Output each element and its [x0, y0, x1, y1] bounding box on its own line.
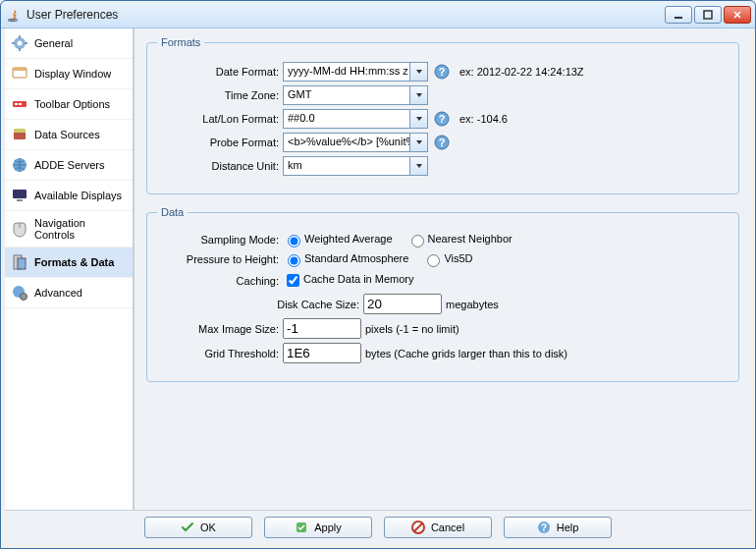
sidebar-item-general[interactable]: General [5, 28, 133, 59]
radio-label: Nearest Neighbor [428, 233, 513, 245]
cancel-button[interactable]: Cancel [384, 517, 492, 538]
help-icon[interactable]: ? [434, 111, 450, 127]
latlon-format-combo[interactable]: ##0.0 [283, 109, 428, 129]
radio-standard-atmosphere-input[interactable] [288, 254, 300, 267]
grid-threshold-suffix: bytes (Cache grids larger than this to d… [365, 348, 567, 359]
datasources-icon [11, 126, 28, 143]
formats-icon [11, 253, 28, 271]
chevron-down-icon[interactable] [409, 110, 427, 128]
sidebar-item-label: Navigation Controls [34, 217, 127, 241]
content-panel: Formats Date Format: yyyy-MM-dd HH:mm:ss… [135, 28, 751, 510]
sidebar-item-adde-servers[interactable]: ADDE Servers [5, 150, 133, 181]
max-image-input[interactable] [283, 318, 361, 339]
sidebar-item-formats-data[interactable]: Formats & Data [5, 247, 133, 278]
svg-text:?: ? [439, 113, 446, 125]
svg-rect-13 [19, 103, 22, 105]
chevron-down-icon[interactable] [409, 63, 427, 81]
caching-checkbox-input[interactable] [287, 274, 299, 287]
close-button[interactable] [724, 6, 751, 24]
latlon-format-hint: ex: -104.6 [459, 113, 508, 125]
display-icon [11, 187, 28, 204]
globe-gear-icon [11, 284, 28, 302]
latlon-format-value[interactable]: ##0.0 [284, 110, 409, 128]
sidebar-item-toolbar-options[interactable]: Toolbar Options [5, 89, 133, 120]
chevron-down-icon[interactable] [409, 86, 427, 104]
sidebar-item-display-window[interactable]: Display Window [5, 59, 133, 89]
maximize-button[interactable] [694, 6, 722, 24]
caching-label: Caching: [157, 275, 283, 287]
distance-unit-label: Distance Unit: [157, 160, 283, 172]
svg-text:?: ? [439, 66, 446, 78]
formats-legend: Formats [157, 36, 204, 48]
sidebar-item-label: Formats & Data [34, 256, 114, 268]
svg-rect-17 [13, 190, 27, 198]
distance-unit-value[interactable]: km [284, 157, 409, 175]
sidebar: General Display Window Toolbar Options D… [5, 28, 135, 510]
chevron-down-icon[interactable] [409, 134, 427, 151]
radio-weighted-average-input[interactable] [288, 235, 300, 247]
probe-format-combo[interactable]: <b>%value%</b> [%unit%] [283, 133, 428, 152]
apply-icon [295, 521, 308, 534]
formats-fieldset: Formats Date Format: yyyy-MM-dd HH:mm:ss… [146, 36, 739, 194]
sidebar-item-advanced[interactable]: Advanced [5, 278, 133, 308]
svg-rect-10 [13, 68, 27, 71]
radio-vis5d-input[interactable] [427, 254, 440, 267]
client-area: General Display Window Toolbar Options D… [5, 28, 751, 544]
apply-button[interactable]: Apply [264, 517, 372, 538]
check-icon [181, 521, 194, 534]
probe-format-value[interactable]: <b>%value%</b> [%unit%] [284, 134, 409, 151]
grid-threshold-label: Grid Threshold: [157, 348, 283, 359]
max-image-suffix: pixels (-1 = no limit) [365, 323, 459, 335]
disk-cache-suffix: megabytes [446, 299, 499, 310]
help-button[interactable]: ? Help [504, 517, 612, 538]
monitor-icon [11, 65, 28, 82]
radio-vis5d[interactable]: Vis5D [422, 251, 472, 267]
sidebar-item-navigation-controls[interactable]: Navigation Controls [5, 211, 133, 247]
svg-rect-2 [704, 11, 712, 19]
window-title: User Preferences [27, 8, 665, 22]
probe-format-label: Probe Format: [157, 137, 283, 148]
radio-weighted-average[interactable]: Weighted Average [283, 232, 393, 247]
latlon-format-label: Lat/Lon Format: [157, 113, 283, 125]
svg-text:?: ? [439, 137, 446, 148]
data-legend: Data [157, 206, 188, 218]
chevron-down-icon[interactable] [409, 157, 427, 175]
distance-unit-combo[interactable]: km [283, 156, 428, 176]
radio-standard-atmosphere[interactable]: Standard Atmosphere [283, 251, 408, 267]
sidebar-item-available-displays[interactable]: Available Displays [5, 181, 133, 211]
svg-rect-14 [14, 132, 26, 139]
radio-nearest-neighbor-input[interactable] [411, 235, 424, 247]
toolbar-icon [11, 95, 28, 113]
bottom-bar: OK Apply Cancel ? Help [5, 510, 751, 544]
help-icon[interactable]: ? [434, 135, 450, 150]
date-format-combo[interactable]: yyyy-MM-dd HH:mm:ss z [283, 62, 428, 82]
radio-nearest-neighbor[interactable]: Nearest Neighbor [406, 232, 513, 247]
gear-icon [11, 34, 28, 52]
time-zone-value[interactable]: GMT [284, 86, 409, 104]
max-image-label: Max Image Size: [157, 323, 283, 335]
date-format-label: Date Format: [157, 66, 283, 78]
sidebar-item-label: Data Sources [34, 129, 100, 140]
sidebar-item-label: Available Displays [34, 190, 122, 201]
window-frame: User Preferences General Display Window … [0, 0, 756, 549]
radio-label: Weighted Average [304, 233, 393, 245]
help-icon: ? [537, 521, 551, 534]
disk-cache-input[interactable] [363, 294, 442, 314]
radio-label: Standard Atmosphere [304, 252, 408, 264]
help-icon[interactable]: ? [434, 64, 450, 80]
svg-line-32 [414, 523, 422, 531]
button-label: Help [557, 522, 579, 533]
pressure-to-height-label: Pressure to Height: [157, 253, 283, 265]
svg-rect-18 [17, 199, 23, 201]
grid-threshold-input[interactable] [283, 343, 361, 363]
time-zone-combo[interactable]: GMT [283, 85, 428, 105]
sidebar-item-data-sources[interactable]: Data Sources [5, 120, 133, 150]
titlebar[interactable]: User Preferences [1, 1, 755, 28]
sidebar-item-label: General [34, 37, 73, 49]
button-label: OK [200, 522, 216, 533]
caching-checkbox[interactable]: Cache Data in Memory [283, 271, 414, 290]
ok-button[interactable]: OK [144, 517, 252, 538]
svg-point-23 [21, 294, 27, 301]
date-format-value[interactable]: yyyy-MM-dd HH:mm:ss z [284, 63, 409, 81]
minimize-button[interactable] [665, 6, 692, 24]
